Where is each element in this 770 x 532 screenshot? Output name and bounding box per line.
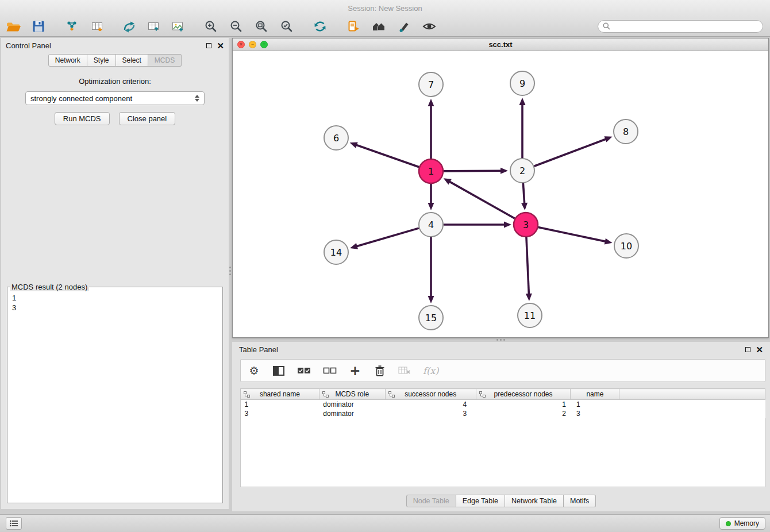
dropdown-stepper-icon xyxy=(195,95,199,102)
graph-edge-3-10[interactable] xyxy=(538,228,606,242)
window-zoom-icon[interactable]: + xyxy=(260,41,268,48)
zoom-fit-icon[interactable] xyxy=(253,18,270,35)
tab-select[interactable]: Select xyxy=(116,54,148,67)
tab-motifs[interactable]: Motifs xyxy=(564,495,596,507)
criterion-dropdown[interactable]: strongly connected component xyxy=(25,91,205,105)
graph-edge-1-6[interactable] xyxy=(356,145,419,167)
horizontal-splitter[interactable] xyxy=(232,338,770,342)
deselect-all-icon[interactable] xyxy=(323,363,337,378)
float-panel-icon[interactable] xyxy=(206,43,211,48)
network-window-titlebar: × − + scc.txt xyxy=(233,38,768,51)
select-all-icon[interactable] xyxy=(297,363,311,378)
tab-style[interactable]: Style xyxy=(87,54,116,67)
tab-network[interactable]: Network xyxy=(48,54,87,67)
mcds-result-list[interactable]: 1 3 xyxy=(7,291,222,314)
application-window: Session: New Session xyxy=(0,0,770,532)
tab-edge-table[interactable]: Edge Table xyxy=(456,495,505,507)
cell-shared-name[interactable]: 3 xyxy=(241,409,319,418)
close-table-panel-icon[interactable]: ✕ xyxy=(756,345,763,354)
table-row[interactable]: 1 dominator 4 1 1 xyxy=(241,400,765,409)
graph-edge-4-14[interactable] xyxy=(356,228,419,246)
network-graph[interactable]: 7968124314101511 xyxy=(233,51,768,337)
zoom-in-icon[interactable] xyxy=(202,18,220,35)
function-builder-icon[interactable]: f(x) xyxy=(423,363,438,378)
tab-mcds[interactable]: MCDS xyxy=(148,54,182,67)
zoom-out-icon[interactable] xyxy=(228,18,245,35)
column-header-mcds-role[interactable]: MCDS role xyxy=(319,389,385,400)
close-panel-icon[interactable]: ✕ xyxy=(217,41,224,50)
column-type-icon xyxy=(322,391,329,399)
panel-list-button[interactable] xyxy=(6,517,22,530)
save-session-icon[interactable] xyxy=(30,18,47,35)
cell-mcds-role[interactable]: dominator xyxy=(319,400,385,409)
export-table-icon[interactable] xyxy=(145,18,162,35)
tab-network-table[interactable]: Network Table xyxy=(505,495,564,507)
column-header-shared-name[interactable]: shared name xyxy=(241,389,319,400)
column-header-successor-nodes[interactable]: successor nodes xyxy=(385,389,476,400)
zoom-selected-icon[interactable] xyxy=(278,18,295,35)
graph-edge-1-2[interactable] xyxy=(444,171,502,171)
export-image-icon[interactable] xyxy=(169,18,186,35)
memory-status-icon xyxy=(726,521,731,526)
cell-successor-nodes[interactable]: 3 xyxy=(385,409,476,418)
network-canvas[interactable]: 7968124314101511 xyxy=(233,51,768,337)
open-session-icon[interactable] xyxy=(5,18,22,35)
show-columns-icon[interactable] xyxy=(272,363,285,378)
graph-edge-arrow-icon xyxy=(428,99,434,106)
network-window-title: scc.txt xyxy=(233,40,768,49)
graph-node-label: 10 xyxy=(621,241,632,252)
graph-edge-arrow-icon xyxy=(350,243,358,249)
column-header-name[interactable]: name xyxy=(571,389,619,400)
graph-node-label: 1 xyxy=(428,166,434,177)
column-type-icon xyxy=(479,391,486,399)
node-table: shared name MCDS role successor nodes pr… xyxy=(240,388,765,418)
column-header-predecessor-nodes[interactable]: predecessor nodes xyxy=(476,389,571,400)
memory-button[interactable]: Memory xyxy=(719,517,765,530)
graph-edge-arrow-icon xyxy=(605,136,613,142)
refresh-icon[interactable] xyxy=(311,18,329,35)
network-share-icon[interactable] xyxy=(121,18,138,35)
cell-shared-name[interactable]: 1 xyxy=(241,400,319,409)
float-table-panel-icon[interactable] xyxy=(745,347,750,352)
graph-node-label: 14 xyxy=(330,247,342,258)
search-box[interactable] xyxy=(598,20,763,33)
search-input[interactable] xyxy=(613,22,758,30)
graph-edge-3-11[interactable] xyxy=(526,237,529,295)
import-network-icon[interactable] xyxy=(63,18,80,35)
cell-predecessor-nodes[interactable]: 2 xyxy=(476,409,571,418)
home-icon[interactable] xyxy=(370,18,387,35)
share-document-icon[interactable] xyxy=(345,18,362,35)
table-row[interactable]: 3 dominator 3 2 3 xyxy=(241,409,765,418)
table-settings-gear-icon[interactable]: ⚙ xyxy=(248,363,260,378)
style-brush-icon[interactable] xyxy=(395,18,413,35)
cell-predecessor-nodes[interactable]: 1 xyxy=(476,400,571,409)
tab-node-table[interactable]: Node Table xyxy=(406,495,456,507)
cell-name[interactable]: 3 xyxy=(571,409,619,418)
show-graphics-eye-icon[interactable] xyxy=(421,18,438,35)
graph-edge-arrow-icon xyxy=(350,142,358,148)
delete-table-icon[interactable] xyxy=(398,363,411,378)
list-icon xyxy=(10,520,18,527)
cell-mcds-role[interactable]: dominator xyxy=(319,409,385,418)
graph-edge-3-1[interactable] xyxy=(449,182,514,219)
graph-node-label: 4 xyxy=(428,219,434,230)
graph-edge-arrow-icon xyxy=(504,222,511,228)
close-panel-button[interactable]: Close panel xyxy=(119,112,176,125)
add-column-icon[interactable]: + xyxy=(349,363,361,378)
graph-edge-2-3[interactable] xyxy=(523,183,524,204)
window-close-icon[interactable]: × xyxy=(237,41,245,48)
column-header-filler xyxy=(619,389,765,400)
run-mcds-button[interactable]: Run MCDS xyxy=(55,112,110,125)
graph-node-label: 15 xyxy=(425,313,437,323)
graph-edge-arrow-icon xyxy=(526,294,532,301)
import-table-icon[interactable] xyxy=(88,18,106,35)
delete-column-trash-icon[interactable] xyxy=(374,363,386,378)
graph-edge-2-8[interactable] xyxy=(534,139,607,167)
cell-filler xyxy=(619,409,765,418)
cell-name[interactable]: 1 xyxy=(571,400,619,409)
column-type-icon xyxy=(244,391,250,399)
window-minimize-icon[interactable]: − xyxy=(249,41,256,48)
cell-successor-nodes[interactable]: 4 xyxy=(385,400,476,409)
graph-node-label: 6 xyxy=(333,133,339,144)
criterion-value: strongly connected component xyxy=(30,94,132,103)
